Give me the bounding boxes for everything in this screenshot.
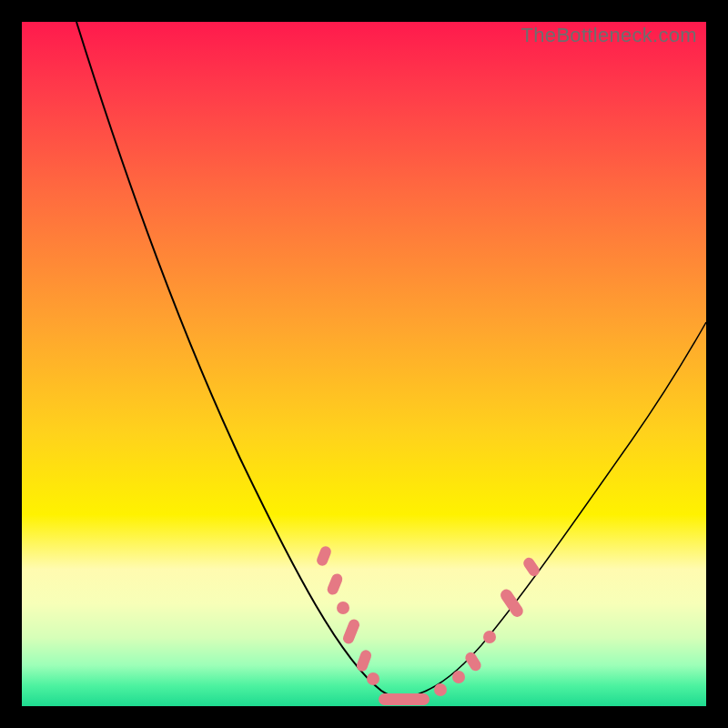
curve-marker bbox=[521, 556, 541, 579]
curve-marker bbox=[379, 693, 430, 705]
curve-marker bbox=[355, 649, 372, 673]
curve-right bbox=[390, 322, 706, 699]
curve-marker bbox=[315, 545, 332, 568]
curve-left bbox=[76, 22, 427, 701]
curve-marker bbox=[452, 671, 465, 683]
chart-plot bbox=[22, 22, 706, 706]
watermark-text: TheBottleneck.com bbox=[521, 24, 697, 47]
curve-marker bbox=[326, 572, 344, 597]
curve-marker bbox=[499, 587, 526, 619]
curve-marker bbox=[434, 683, 447, 696]
chart-frame: TheBottleneck.com bbox=[22, 22, 706, 706]
curve-marker bbox=[337, 602, 349, 614]
curve-marker bbox=[367, 672, 379, 685]
curve-marker bbox=[341, 618, 361, 645]
curve-marker bbox=[483, 631, 496, 643]
